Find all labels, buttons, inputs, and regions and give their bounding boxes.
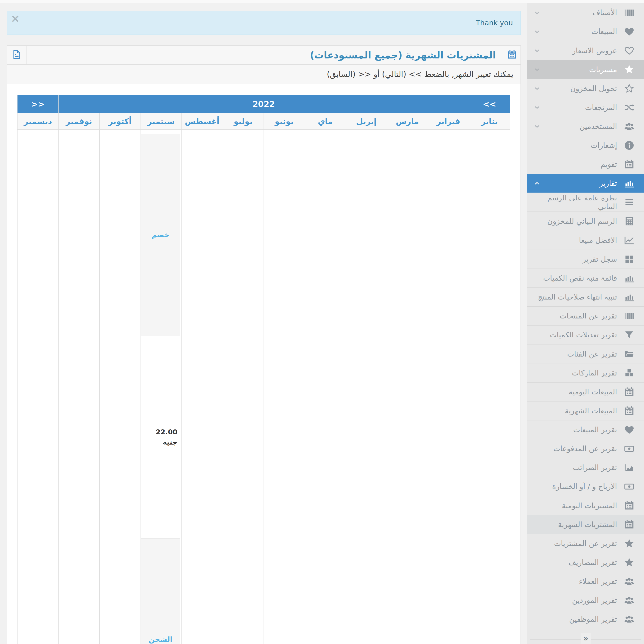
panel-body: >>2022<< ينايرفبرايرمارسإبريلماييونيويول… <box>7 84 520 644</box>
sidebar-item-21[interactable]: المبيعات اليومية <box>527 383 644 401</box>
sidebar-item-label: المرتجعات <box>541 103 617 112</box>
sidebar-item-2[interactable]: المبيعات <box>527 22 644 41</box>
alert-message: Thank you <box>476 11 513 35</box>
sidebar-footer: » <box>527 629 644 644</box>
sidebar-item-17[interactable]: تقرير عن المنتجات <box>527 307 644 326</box>
sidebar-item-label: المبيعات <box>541 27 617 36</box>
chart-bar-icon <box>623 178 635 189</box>
sidebar-item-11[interactable]: نظرة عامة على الرسم البياني <box>527 193 644 212</box>
calendar-icon <box>507 49 517 61</box>
sidebar-item-label: تقرير المصاريف <box>534 558 617 567</box>
sidebar-item-27[interactable]: المشتريات اليومية <box>527 496 644 515</box>
sidebar-item-33[interactable]: تقرير الموظفين <box>527 610 644 629</box>
sidebar-item-label: تقرير الموردين <box>534 596 617 605</box>
sidebar-collapse-button[interactable]: » <box>581 633 591 644</box>
list-icon <box>623 197 635 207</box>
sidebar-item-18[interactable]: تقرير تعديلات الكميات <box>527 326 644 344</box>
breakdown-label: خصم <box>141 134 180 336</box>
chevron-up-icon <box>534 180 541 187</box>
sidebar-item-6[interactable]: المرتجعات <box>527 98 644 117</box>
month-header: فبراير <box>428 113 469 130</box>
export-image-button[interactable] <box>7 46 27 64</box>
sidebar-item-label: تقرير الموظفين <box>534 615 617 624</box>
month-value-cell: 0 <box>58 130 100 644</box>
sidebar-item-4[interactable]: مشتريات <box>527 60 644 79</box>
sidebar-item-31[interactable]: تقرير العملاء <box>527 572 644 591</box>
close-icon[interactable]: × <box>11 13 20 24</box>
sidebar-item-label: عروض الاسعار <box>541 46 617 55</box>
calendar-icon <box>623 406 635 416</box>
grid-icon <box>623 254 635 265</box>
sidebar-item-7[interactable]: المستخدمين <box>527 117 644 136</box>
month-header: أغسطس <box>182 113 223 130</box>
chevron-down-icon <box>534 85 541 92</box>
sidebar-item-label: المبيعات الشهرية <box>534 406 617 415</box>
sidebar-item-9[interactable]: تقويم <box>527 155 644 174</box>
sidebar-item-30[interactable]: تقرير المصاريف <box>527 553 644 572</box>
info-alert: × Thank you <box>7 11 521 35</box>
sidebar-item-label: الأصناف <box>541 8 617 17</box>
sidebar-item-label: تقارير <box>541 179 617 188</box>
breakdown-value: 22.00 جنيه <box>141 336 180 538</box>
sidebar-item-24[interactable]: تقرير عن المدفوعات <box>527 439 644 458</box>
sidebar-item-16[interactable]: تنبيه انتهاء صلاحيات المنتج <box>527 288 644 307</box>
sidebar-item-20[interactable]: تقرير الماركات <box>527 363 644 382</box>
month-header: يونيو <box>264 113 305 130</box>
sidebar-item-label: تقرير عن المشتريات <box>534 539 617 548</box>
sidebar-item-label: إشعارات <box>534 141 617 150</box>
chevron-down-icon <box>534 47 541 54</box>
panel-header: المشتريات الشهرية (جميع المستودعات) <box>7 46 520 65</box>
heart-outline-icon <box>623 45 635 56</box>
barcode-icon <box>623 7 635 18</box>
sidebar-item-label: تحويل المخزون <box>541 84 617 93</box>
sidebar-item-15[interactable]: قائمة منبه نقص الكميات <box>527 269 644 288</box>
sidebar-item-5[interactable]: تحويل المخزون <box>527 79 644 98</box>
barcode-icon <box>623 311 635 321</box>
sidebar-item-23[interactable]: تقرير المبيعات <box>527 420 644 439</box>
sidebar-item-32[interactable]: تقرير الموردين <box>527 591 644 610</box>
sidebar-item-8[interactable]: إشعارات <box>527 136 644 155</box>
star-icon <box>623 538 635 549</box>
september-breakdown-table: خصم22.00 جنيهالشحن10.00 جنيهالضريبة المن… <box>141 134 180 644</box>
panel-subtitle: يمكنك تغيير الشهر, بالضغط >> (التالي) أو… <box>7 65 520 84</box>
sidebar-item-12[interactable]: الرسم البياني للمخزون <box>527 212 644 231</box>
sidebar-item-29[interactable]: تقرير عن المشتريات <box>527 534 644 553</box>
sidebar-item-label: تقرير تعديلات الكميات <box>534 331 617 339</box>
chevron-down-icon <box>534 28 541 35</box>
sidebar-item-13[interactable]: الافضل مبيعا <box>527 231 644 250</box>
sidebar-item-10[interactable]: تقارير <box>527 174 644 193</box>
sidebar-item-3[interactable]: عروض الاسعار <box>527 41 644 60</box>
sidebar-item-25[interactable]: تقرير الضرائب <box>527 458 644 477</box>
sidebar-item-19[interactable]: تقرير عن الفئات <box>527 344 644 363</box>
sidebar-item-label: الأرباح و / أو الخسارة <box>534 482 617 491</box>
star-icon <box>623 64 635 75</box>
sidebar-item-14[interactable]: سجل تقرير <box>527 250 644 269</box>
star-icon <box>623 557 635 568</box>
year-label: 2022 <box>58 95 469 113</box>
sidebar-item-label: تقرير عن المدفوعات <box>534 444 617 453</box>
sidebar-item-28[interactable]: المشتريات الشهرية <box>527 515 644 534</box>
sidebar-item-label: المبيعات اليومية <box>534 388 617 396</box>
sidebar-item-label: تقويم <box>534 160 617 169</box>
sidebar-item-label: تقرير عن المنتجات <box>534 312 617 320</box>
image-file-icon <box>12 50 22 61</box>
star-outline-icon <box>623 83 635 94</box>
sidebar-item-label: سجل تقرير <box>534 255 617 264</box>
sidebar-item-label: تقرير العملاء <box>534 577 617 586</box>
money-icon <box>623 443 635 454</box>
sidebar-item-22[interactable]: المبيعات الشهرية <box>527 401 644 420</box>
filter-icon <box>623 330 635 340</box>
calendar-button[interactable] <box>503 46 520 64</box>
month-header: أكتوبر <box>100 113 141 130</box>
sidebar-item-26[interactable]: الأرباح و / أو الخسارة <box>527 477 644 496</box>
sidebar-item-label: قائمة منبه نقص الكميات <box>534 274 617 282</box>
chevron-down-icon <box>534 123 541 130</box>
sidebar-item-1[interactable]: الأصناف <box>527 3 644 22</box>
next-year-button[interactable]: >> <box>469 95 510 113</box>
chevron-down-icon <box>534 66 541 73</box>
month-header: يوليو <box>223 113 264 130</box>
prev-year-button[interactable]: << <box>18 95 59 113</box>
sidebar-item-label: تقرير الضرائب <box>534 463 617 472</box>
sidebar-item-label: المشتريات اليومية <box>534 501 617 510</box>
chevron-down-icon <box>534 9 541 16</box>
